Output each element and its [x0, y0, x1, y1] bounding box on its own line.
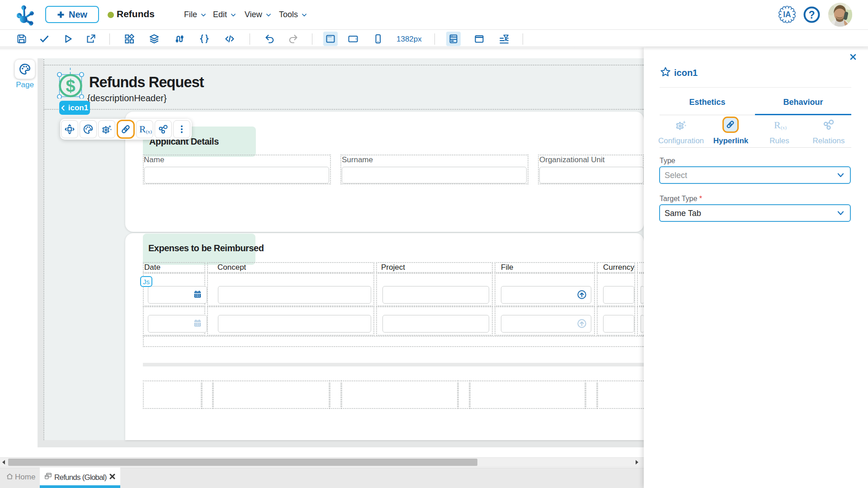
- svg-text:(x): (x): [146, 129, 152, 135]
- svg-text:(x): (x): [781, 125, 787, 131]
- svg-text:?: ?: [808, 9, 815, 21]
- svg-text:R: R: [774, 119, 781, 131]
- svg-text:$: $: [66, 76, 75, 95]
- svg-text:IA: IA: [783, 10, 791, 19]
- svg-text:R: R: [139, 123, 146, 135]
